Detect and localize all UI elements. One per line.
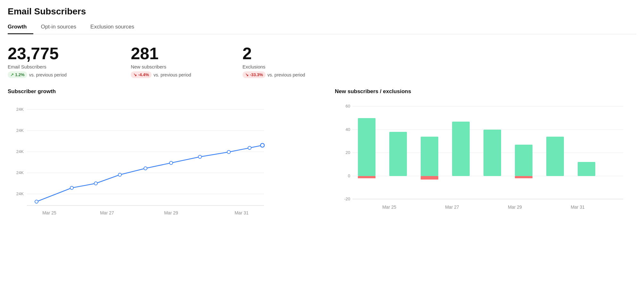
svg-text:24K: 24K <box>16 170 24 175</box>
arrow-down-icon-2: ↘ <box>245 72 249 77</box>
arrow-up-icon: ↗ <box>10 72 14 77</box>
svg-point-19 <box>248 146 251 149</box>
charts-row: Subscriber growth 24K 24K 24K 24K 24K <box>8 88 636 221</box>
exclusions-badge: ↘ -33.3% <box>243 71 266 78</box>
line-chart-container: 24K 24K 24K 24K 24K <box>8 100 277 221</box>
bar-chart-section: New subscribers / exclusions 60 40 20 0 … <box>335 88 636 221</box>
svg-text:Mar 25: Mar 25 <box>42 210 56 215</box>
tab-exclusion[interactable]: Exclusion sources <box>90 21 141 34</box>
svg-rect-35 <box>358 118 376 176</box>
svg-rect-43 <box>515 176 533 178</box>
svg-text:60: 60 <box>346 104 350 108</box>
new-subscribers-vs: vs. previous period <box>153 72 191 77</box>
svg-rect-40 <box>452 122 470 176</box>
arrow-down-icon: ↘ <box>133 72 137 77</box>
total-subscribers-badge: ↗ 1.2% <box>8 71 27 78</box>
svg-rect-45 <box>578 162 595 176</box>
svg-text:24K: 24K <box>16 128 24 133</box>
line-chart-svg: 24K 24K 24K 24K 24K <box>8 100 277 221</box>
svg-text:Mar 25: Mar 25 <box>382 205 396 210</box>
svg-point-17 <box>198 155 202 158</box>
total-subscribers-vs: vs. previous period <box>29 72 67 77</box>
bar-chart-container: 60 40 20 0 -20 <box>335 100 636 221</box>
bar-chart-svg: 60 40 20 0 -20 <box>335 100 636 221</box>
line-chart-title: Subscriber growth <box>8 88 309 95</box>
bar-chart-title: New subscribers / exclusions <box>335 88 636 95</box>
new-subscribers-label: New subscribers <box>131 64 191 69</box>
svg-text:Mar 29: Mar 29 <box>164 210 178 215</box>
svg-point-12 <box>70 186 73 189</box>
svg-rect-37 <box>389 132 407 176</box>
metrics-row: 23,775 Email Subscribers ↗ 1.2% vs. prev… <box>8 44 636 78</box>
metric-new-subscribers: 281 New subscribers ↘ -4.4% vs. previous… <box>131 44 191 78</box>
svg-rect-38 <box>421 137 438 176</box>
tabs-container: Growth Opt-in sources Exclusion sources <box>8 21 636 34</box>
svg-rect-41 <box>483 130 501 176</box>
tab-growth[interactable]: Growth <box>8 21 33 34</box>
svg-text:24K: 24K <box>16 107 24 112</box>
svg-text:0: 0 <box>348 173 350 178</box>
svg-text:-20: -20 <box>344 197 350 201</box>
new-subscribers-value: 281 <box>131 44 191 63</box>
svg-rect-42 <box>515 145 533 176</box>
svg-point-15 <box>144 167 147 170</box>
svg-point-18 <box>227 150 230 154</box>
svg-point-20 <box>260 143 264 147</box>
metric-exclusions: 2 Exclusions ↘ -33.3% vs. previous perio… <box>243 44 305 78</box>
exclusions-vs: vs. previous period <box>268 72 305 77</box>
total-subscribers-value: 23,775 <box>8 44 67 63</box>
svg-point-16 <box>169 161 173 165</box>
line-chart-section: Subscriber growth 24K 24K 24K 24K 24K <box>8 88 309 221</box>
svg-text:24K: 24K <box>16 149 24 154</box>
svg-rect-44 <box>546 137 564 176</box>
svg-text:20: 20 <box>346 150 350 155</box>
svg-text:Mar 27: Mar 27 <box>100 210 114 215</box>
svg-rect-36 <box>358 176 376 178</box>
svg-point-14 <box>118 173 121 176</box>
tab-optin[interactable]: Opt-in sources <box>41 21 83 34</box>
new-subscribers-badge: ↘ -4.4% <box>131 71 152 78</box>
page-title: Email Subscribers <box>8 6 636 17</box>
svg-text:40: 40 <box>346 127 350 132</box>
svg-text:Mar 31: Mar 31 <box>235 210 249 215</box>
svg-text:24K: 24K <box>16 191 24 196</box>
metric-total-subscribers: 23,775 Email Subscribers ↗ 1.2% vs. prev… <box>8 44 67 78</box>
svg-text:Mar 29: Mar 29 <box>508 205 522 210</box>
svg-rect-39 <box>421 176 438 180</box>
svg-point-11 <box>35 200 38 203</box>
svg-point-13 <box>94 182 97 185</box>
exclusions-value: 2 <box>243 44 305 63</box>
svg-text:Mar 27: Mar 27 <box>445 205 459 210</box>
total-subscribers-label: Email Subscribers <box>8 64 67 69</box>
exclusions-label: Exclusions <box>243 64 305 69</box>
svg-text:Mar 31: Mar 31 <box>571 205 585 210</box>
